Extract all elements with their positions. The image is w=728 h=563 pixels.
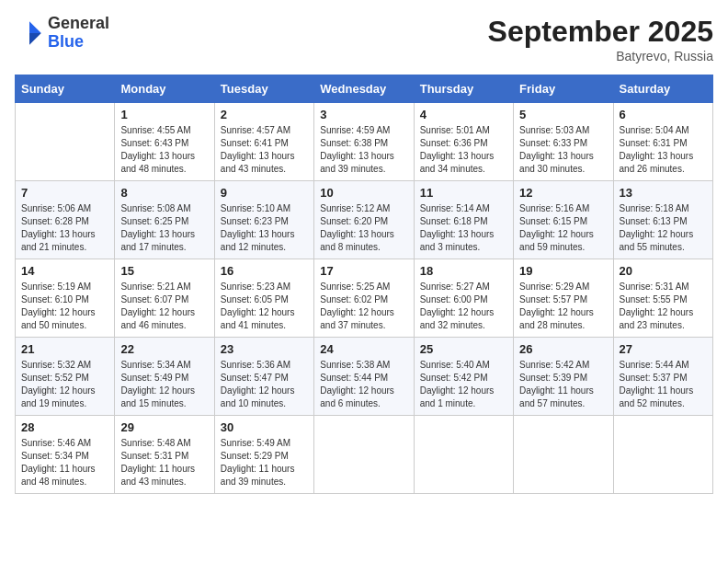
svg-marker-0 [29,21,41,33]
day-number: 13 [620,186,707,200]
day-number: 6 [620,108,707,121]
day-number: 23 [221,342,308,356]
calendar-cell: 6Sunrise: 5:04 AM Sunset: 6:31 PM Daylig… [613,103,712,181]
day-number: 25 [420,342,507,356]
day-info: Sunrise: 5:23 AM Sunset: 6:05 PM Dayligh… [221,281,308,332]
location: Batyrevo, Russia [488,49,713,63]
day-number: 28 [21,420,108,434]
day-info: Sunrise: 5:31 AM Sunset: 5:55 PM Dayligh… [620,281,707,332]
day-info: Sunrise: 5:34 AM Sunset: 5:49 PM Dayligh… [120,359,208,410]
header-day-sunday: Sunday [16,75,115,103]
day-info: Sunrise: 5:25 AM Sunset: 6:02 PM Dayligh… [320,281,407,332]
day-info: Sunrise: 5:27 AM Sunset: 6:00 PM Dayligh… [420,281,507,332]
day-number: 26 [519,342,607,356]
header-day-wednesday: Wednesday [314,75,414,103]
calendar-cell: 11Sunrise: 5:14 AM Sunset: 6:18 PM Dayli… [414,181,513,259]
calendar-cell: 2Sunrise: 4:57 AM Sunset: 6:41 PM Daylig… [214,103,313,181]
title-area: September 2025 Batyrevo, Russia [488,15,713,63]
calendar-cell [414,416,513,494]
day-number: 20 [620,264,707,278]
month-title: September 2025 [488,15,713,49]
calendar-cell: 16Sunrise: 5:23 AM Sunset: 6:05 PM Dayli… [214,259,313,338]
calendar-cell: 23Sunrise: 5:36 AM Sunset: 5:47 PM Dayli… [214,338,313,416]
day-number: 27 [620,342,707,356]
calendar-cell: 7Sunrise: 5:06 AM Sunset: 6:28 PM Daylig… [16,181,115,259]
calendar-cell: 17Sunrise: 5:25 AM Sunset: 6:02 PM Dayli… [314,259,414,338]
day-info: Sunrise: 5:04 AM Sunset: 6:31 PM Dayligh… [620,124,707,176]
day-number: 12 [519,186,607,200]
day-info: Sunrise: 5:38 AM Sunset: 5:44 PM Dayligh… [320,359,407,410]
day-info: Sunrise: 5:03 AM Sunset: 6:33 PM Dayligh… [519,124,607,176]
day-info: Sunrise: 5:32 AM Sunset: 5:52 PM Dayligh… [21,359,108,410]
calendar-cell: 5Sunrise: 5:03 AM Sunset: 6:33 PM Daylig… [514,103,613,181]
day-info: Sunrise: 4:59 AM Sunset: 6:38 PM Dayligh… [320,124,407,176]
day-number: 11 [420,186,507,200]
day-number: 16 [221,264,308,278]
day-info: Sunrise: 5:06 AM Sunset: 6:28 PM Dayligh… [21,202,108,254]
day-info: Sunrise: 5:18 AM Sunset: 6:13 PM Dayligh… [620,202,707,254]
calendar-cell [16,103,115,181]
calendar-cell: 10Sunrise: 5:12 AM Sunset: 6:20 PM Dayli… [314,181,414,259]
day-info: Sunrise: 4:57 AM Sunset: 6:41 PM Dayligh… [221,124,308,176]
calendar-cell: 27Sunrise: 5:44 AM Sunset: 5:37 PM Dayli… [613,338,712,416]
page-header: General Blue September 2025 Batyrevo, Ru… [15,15,713,63]
calendar-week-3: 14Sunrise: 5:19 AM Sunset: 6:10 PM Dayli… [16,259,713,338]
day-number: 18 [420,264,507,278]
calendar-cell: 1Sunrise: 4:55 AM Sunset: 6:43 PM Daylig… [115,103,214,181]
day-info: Sunrise: 5:48 AM Sunset: 5:31 PM Dayligh… [120,437,208,488]
calendar-cell: 26Sunrise: 5:42 AM Sunset: 5:39 PM Dayli… [514,338,613,416]
day-info: Sunrise: 5:42 AM Sunset: 5:39 PM Dayligh… [519,359,607,410]
calendar-cell: 14Sunrise: 5:19 AM Sunset: 6:10 PM Dayli… [16,259,115,338]
calendar-cell: 28Sunrise: 5:46 AM Sunset: 5:34 PM Dayli… [16,416,115,494]
day-info: Sunrise: 5:19 AM Sunset: 6:10 PM Dayligh… [21,281,108,332]
day-number: 2 [221,108,308,121]
day-number: 21 [21,342,108,356]
calendar-cell: 22Sunrise: 5:34 AM Sunset: 5:49 PM Dayli… [115,338,214,416]
day-info: Sunrise: 5:49 AM Sunset: 5:29 PM Dayligh… [221,437,308,488]
logo: General Blue [15,15,109,52]
calendar-week-1: 1Sunrise: 4:55 AM Sunset: 6:43 PM Daylig… [16,103,713,181]
day-info: Sunrise: 5:46 AM Sunset: 5:34 PM Dayligh… [21,437,108,488]
calendar-cell: 12Sunrise: 5:16 AM Sunset: 6:15 PM Dayli… [514,181,613,259]
calendar-cell: 18Sunrise: 5:27 AM Sunset: 6:00 PM Dayli… [414,259,513,338]
calendar-cell [314,416,414,494]
day-number: 1 [120,108,208,121]
logo-text: General Blue [48,15,109,52]
day-number: 4 [420,108,507,121]
header-day-monday: Monday [115,75,214,103]
calendar-cell: 4Sunrise: 5:01 AM Sunset: 6:36 PM Daylig… [414,103,513,181]
calendar-week-2: 7Sunrise: 5:06 AM Sunset: 6:28 PM Daylig… [16,181,713,259]
calendar-week-4: 21Sunrise: 5:32 AM Sunset: 5:52 PM Dayli… [16,338,713,416]
calendar-cell: 21Sunrise: 5:32 AM Sunset: 5:52 PM Dayli… [16,338,115,416]
logo-icon [15,18,44,48]
day-info: Sunrise: 5:44 AM Sunset: 5:37 PM Dayligh… [620,359,707,410]
calendar-cell: 19Sunrise: 5:29 AM Sunset: 5:57 PM Dayli… [514,259,613,338]
calendar-cell: 3Sunrise: 4:59 AM Sunset: 6:38 PM Daylig… [314,103,414,181]
day-number: 24 [320,342,407,356]
calendar-cell [514,416,613,494]
calendar-cell: 15Sunrise: 5:21 AM Sunset: 6:07 PM Dayli… [115,259,214,338]
calendar-cell: 9Sunrise: 5:10 AM Sunset: 6:23 PM Daylig… [214,181,313,259]
day-info: Sunrise: 5:14 AM Sunset: 6:18 PM Dayligh… [420,202,507,254]
day-number: 3 [320,108,407,121]
day-number: 19 [519,264,607,278]
calendar-cell: 30Sunrise: 5:49 AM Sunset: 5:29 PM Dayli… [214,416,313,494]
day-info: Sunrise: 4:55 AM Sunset: 6:43 PM Dayligh… [120,124,208,176]
day-number: 29 [120,420,208,434]
day-number: 15 [120,264,208,278]
header-day-saturday: Saturday [613,75,712,103]
calendar-cell: 29Sunrise: 5:48 AM Sunset: 5:31 PM Dayli… [115,416,214,494]
svg-marker-1 [29,33,41,45]
day-number: 9 [221,186,308,200]
day-info: Sunrise: 5:12 AM Sunset: 6:20 PM Dayligh… [320,202,407,254]
day-number: 8 [120,186,208,200]
calendar-cell: 25Sunrise: 5:40 AM Sunset: 5:42 PM Dayli… [414,338,513,416]
day-number: 7 [21,186,108,200]
day-number: 17 [320,264,407,278]
calendar-week-5: 28Sunrise: 5:46 AM Sunset: 5:34 PM Dayli… [16,416,713,494]
day-info: Sunrise: 5:29 AM Sunset: 5:57 PM Dayligh… [519,281,607,332]
day-info: Sunrise: 5:21 AM Sunset: 6:07 PM Dayligh… [120,281,208,332]
calendar-cell: 13Sunrise: 5:18 AM Sunset: 6:13 PM Dayli… [613,181,712,259]
header-row: SundayMondayTuesdayWednesdayThursdayFrid… [16,75,713,103]
day-info: Sunrise: 5:16 AM Sunset: 6:15 PM Dayligh… [519,202,607,254]
